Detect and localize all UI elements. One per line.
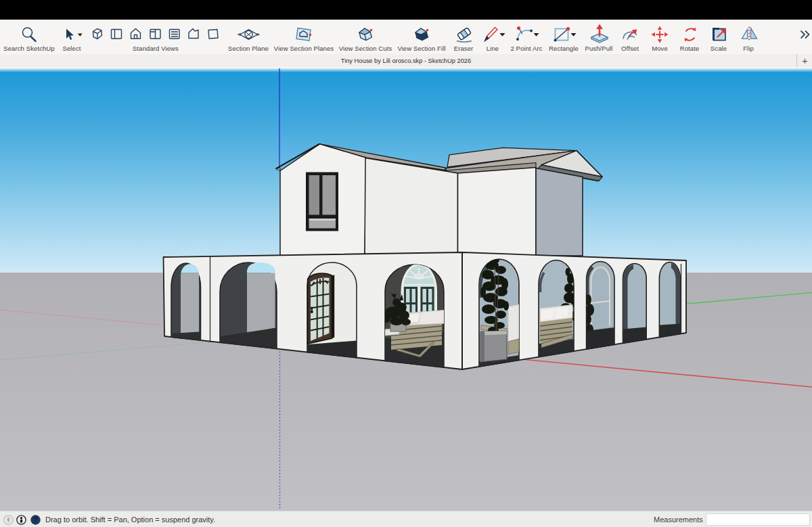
svg-text:?: ? <box>33 516 37 524</box>
